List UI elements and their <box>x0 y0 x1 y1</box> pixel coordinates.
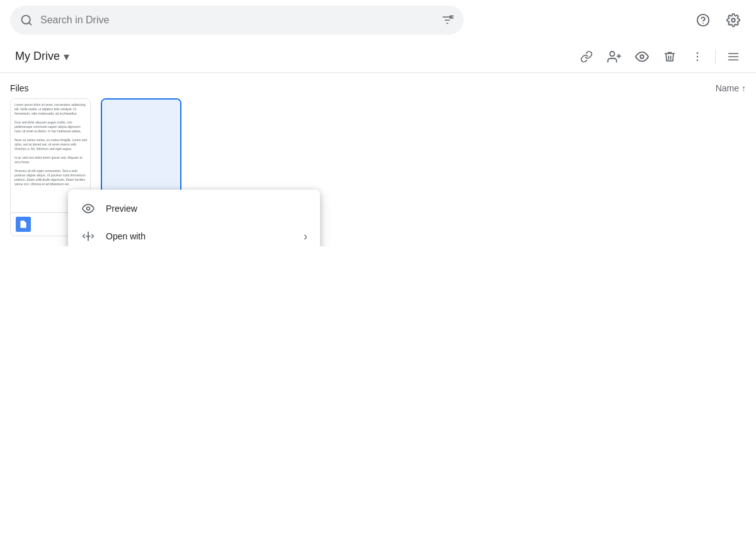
chevron-down-icon: ▾ <box>64 50 69 64</box>
get-link-button[interactable] <box>574 44 599 69</box>
sort-button[interactable]: Name ↑ <box>716 83 746 93</box>
sort-direction: ↑ <box>742 83 746 93</box>
svg-point-21 <box>87 207 90 210</box>
file-thumb-content: Lorem ipsum dolor sit amet, consectetur … <box>11 99 91 190</box>
svg-point-17 <box>697 59 699 61</box>
svg-point-14 <box>640 55 644 59</box>
menu-label-open-with: Open with <box>106 231 146 241</box>
more-options-button[interactable] <box>685 44 710 69</box>
app-header <box>0 0 756 40</box>
preview-button[interactable] <box>629 44 655 69</box>
toolbar: My Drive ▾ <box>0 40 756 73</box>
search-input[interactable] <box>40 14 433 26</box>
my-drive-label: My Drive <box>15 50 60 63</box>
context-menu: Preview Open with › Share <box>68 190 320 246</box>
toolbar-divider <box>715 49 716 64</box>
sort-label: Name <box>716 83 739 93</box>
toolbar-actions <box>574 44 746 69</box>
open-with-icon <box>81 229 96 244</box>
svg-point-15 <box>697 52 699 54</box>
svg-point-10 <box>731 18 735 22</box>
submenu-arrow-icon: › <box>304 230 307 243</box>
main-content: Files Name ↑ Lorem ipsum dolor sit amet,… <box>0 73 756 246</box>
files-section-label: Files <box>10 83 29 93</box>
my-drive-button[interactable]: My Drive ▾ <box>10 46 74 67</box>
settings-button[interactable] <box>721 8 746 33</box>
menu-item-open-with[interactable]: Open with › <box>68 222 320 246</box>
menu-item-preview[interactable]: Preview <box>68 195 320 222</box>
help-button[interactable] <box>690 8 716 33</box>
list-view-button[interactable] <box>721 44 746 69</box>
filter-icon[interactable] <box>441 14 454 26</box>
search-bar[interactable] <box>10 6 464 35</box>
files-header: Files Name ↑ <box>10 83 746 93</box>
delete-button[interactable] <box>657 44 682 69</box>
share-button[interactable] <box>602 44 627 69</box>
eye-icon <box>81 201 96 216</box>
svg-point-16 <box>697 55 699 57</box>
search-icon <box>20 14 33 26</box>
menu-label-preview: Preview <box>106 203 137 214</box>
svg-line-1 <box>29 23 32 25</box>
svg-point-11 <box>610 51 614 55</box>
header-right-actions <box>690 8 746 33</box>
